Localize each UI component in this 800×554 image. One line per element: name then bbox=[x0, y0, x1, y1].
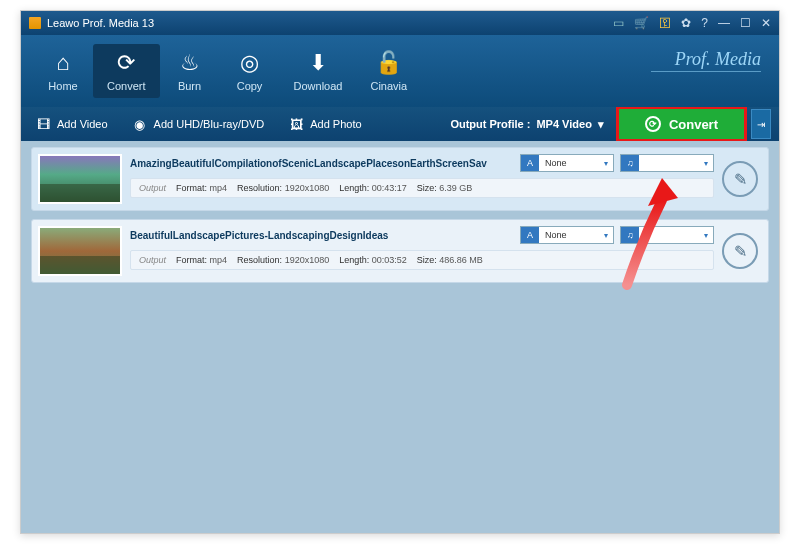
item-meta: Output Format: mp4 Resolution: 1920x1080… bbox=[130, 178, 714, 198]
subtitle-value: None bbox=[539, 230, 599, 240]
length-label: Length: bbox=[339, 183, 369, 193]
subtitle-icon: A bbox=[521, 227, 539, 243]
item-meta: Output Format: mp4 Resolution: 1920x1080… bbox=[130, 250, 714, 270]
resolution-label: Resolution: bbox=[237, 255, 282, 265]
audio-value bbox=[639, 230, 699, 240]
titlebar: Leawo Prof. Media 13 ▭ 🛒 ⚿ ✿ ? — ☐ ✕ bbox=[21, 11, 779, 35]
list-item[interactable]: AmazingBeautifulCompilationofScenicLands… bbox=[31, 147, 769, 211]
size-value: 486.86 MB bbox=[439, 255, 483, 265]
output-profile-selector[interactable]: Output Profile : MP4 Video ▾ bbox=[450, 118, 603, 131]
size-label: Size: bbox=[417, 255, 437, 265]
video-icon: 🎞 bbox=[35, 116, 51, 132]
video-thumbnail bbox=[38, 154, 122, 204]
video-thumbnail bbox=[38, 226, 122, 276]
subtitle-icon: A bbox=[521, 155, 539, 171]
key-icon[interactable]: ⚿ bbox=[659, 16, 671, 30]
format-label: Format: bbox=[176, 183, 207, 193]
disc-icon: ◉ bbox=[132, 116, 148, 132]
brand-label: Prof. Media bbox=[675, 49, 761, 70]
tab-download[interactable]: ⬇ Download bbox=[280, 44, 357, 98]
format-label: Format: bbox=[176, 255, 207, 265]
output-label: Output bbox=[139, 255, 166, 265]
format-value: mp4 bbox=[210, 183, 228, 193]
music-icon: ♫ bbox=[621, 227, 639, 243]
convert-button[interactable]: ⟳ Convert bbox=[616, 106, 747, 142]
minimize-button[interactable]: — bbox=[718, 16, 730, 30]
add-video-label: Add Video bbox=[57, 118, 108, 130]
main-toolbar: ⌂ Home ⟳ Convert ♨ Burn ◎ Copy ⬇ Downloa… bbox=[21, 35, 779, 107]
edit-button[interactable]: ✎ bbox=[722, 233, 758, 269]
close-button[interactable]: ✕ bbox=[761, 16, 771, 30]
shop-icon[interactable]: 🛒 bbox=[634, 16, 649, 30]
chevron-down-icon: ▾ bbox=[699, 231, 713, 240]
cinavia-icon: 🔓 bbox=[375, 50, 402, 76]
tab-copy[interactable]: ◎ Copy bbox=[220, 44, 280, 98]
length-value: 00:43:17 bbox=[372, 183, 407, 193]
tab-burn[interactable]: ♨ Burn bbox=[160, 44, 220, 98]
sub-toolbar: 🎞 Add Video ◉ Add UHD/Blu-ray/DVD 🖼 Add … bbox=[21, 107, 779, 141]
sidebar-toggle-button[interactable]: ⇥ bbox=[751, 109, 771, 139]
add-disc-label: Add UHD/Blu-ray/DVD bbox=[154, 118, 265, 130]
help-icon[interactable]: ? bbox=[701, 16, 708, 30]
gear-icon[interactable]: ✿ bbox=[681, 16, 691, 30]
add-video-button[interactable]: 🎞 Add Video bbox=[29, 113, 114, 135]
subtitle-value: None bbox=[539, 158, 599, 168]
tab-home-label: Home bbox=[48, 80, 77, 92]
tab-convert[interactable]: ⟳ Convert bbox=[93, 44, 160, 98]
photo-icon: 🖼 bbox=[288, 116, 304, 132]
resolution-value: 1920x1080 bbox=[285, 255, 330, 265]
subtitle-dropdown[interactable]: A None ▾ bbox=[520, 154, 614, 172]
item-title: BeautifulLandscapePictures-LandscapingDe… bbox=[130, 230, 514, 241]
monitor-icon[interactable]: ▭ bbox=[613, 16, 624, 30]
output-profile-label: Output Profile : bbox=[450, 118, 530, 130]
tab-cinavia-label: Cinavia bbox=[370, 80, 407, 92]
burn-icon: ♨ bbox=[180, 50, 200, 76]
audio-dropdown[interactable]: ♫ ▾ bbox=[620, 154, 714, 172]
tab-copy-label: Copy bbox=[237, 80, 263, 92]
content-area: AmazingBeautifulCompilationofScenicLands… bbox=[21, 141, 779, 533]
home-icon: ⌂ bbox=[56, 50, 69, 76]
size-label: Size: bbox=[417, 183, 437, 193]
length-value: 00:03:52 bbox=[372, 255, 407, 265]
brand-underline bbox=[651, 71, 761, 72]
tab-burn-label: Burn bbox=[178, 80, 201, 92]
chevron-down-icon: ▾ bbox=[699, 159, 713, 168]
app-window: Leawo Prof. Media 13 ▭ 🛒 ⚿ ✿ ? — ☐ ✕ ⌂ H… bbox=[20, 10, 780, 534]
chevron-down-icon: ▾ bbox=[598, 118, 604, 131]
music-icon: ♫ bbox=[621, 155, 639, 171]
tab-download-label: Download bbox=[294, 80, 343, 92]
list-item[interactable]: BeautifulLandscapePictures-LandscapingDe… bbox=[31, 219, 769, 283]
subtitle-dropdown[interactable]: A None ▾ bbox=[520, 226, 614, 244]
edit-icon: ✎ bbox=[734, 170, 747, 189]
add-disc-button[interactable]: ◉ Add UHD/Blu-ray/DVD bbox=[126, 113, 271, 135]
edit-icon: ✎ bbox=[734, 242, 747, 261]
resolution-label: Resolution: bbox=[237, 183, 282, 193]
output-label: Output bbox=[139, 183, 166, 193]
refresh-icon: ⟳ bbox=[645, 116, 661, 132]
edit-button[interactable]: ✎ bbox=[722, 161, 758, 197]
download-icon: ⬇ bbox=[309, 50, 327, 76]
audio-value bbox=[639, 158, 699, 168]
copy-icon: ◎ bbox=[240, 50, 259, 76]
resolution-value: 1920x1080 bbox=[285, 183, 330, 193]
tab-cinavia[interactable]: 🔓 Cinavia bbox=[356, 44, 421, 98]
tab-home[interactable]: ⌂ Home bbox=[33, 44, 93, 98]
length-label: Length: bbox=[339, 255, 369, 265]
format-value: mp4 bbox=[210, 255, 228, 265]
add-photo-label: Add Photo bbox=[310, 118, 361, 130]
item-title: AmazingBeautifulCompilationofScenicLands… bbox=[130, 158, 514, 169]
chevron-down-icon: ▾ bbox=[599, 231, 613, 240]
size-value: 6.39 GB bbox=[439, 183, 472, 193]
convert-button-label: Convert bbox=[669, 117, 718, 132]
add-photo-button[interactable]: 🖼 Add Photo bbox=[282, 113, 367, 135]
app-title: Leawo Prof. Media 13 bbox=[47, 17, 154, 29]
maximize-button[interactable]: ☐ bbox=[740, 16, 751, 30]
tab-convert-label: Convert bbox=[107, 80, 146, 92]
convert-icon: ⟳ bbox=[117, 50, 135, 76]
output-profile-value: MP4 Video bbox=[536, 118, 591, 130]
chevron-down-icon: ▾ bbox=[599, 159, 613, 168]
audio-dropdown[interactable]: ♫ ▾ bbox=[620, 226, 714, 244]
app-logo-icon bbox=[29, 17, 41, 29]
